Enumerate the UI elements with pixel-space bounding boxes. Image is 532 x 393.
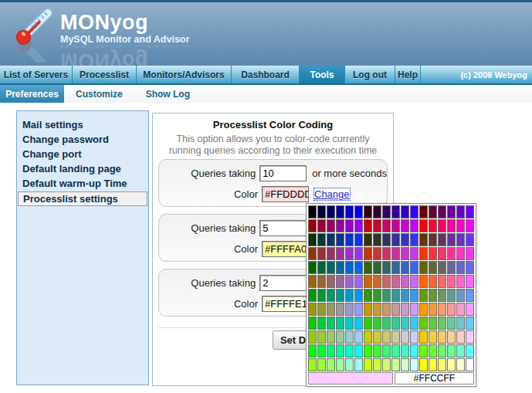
palette-color-cell[interactable] — [317, 233, 326, 246]
palette-color-cell[interactable] — [456, 205, 465, 219]
palette-color-cell[interactable] — [382, 275, 391, 288]
palette-color-cell[interactable] — [336, 219, 344, 232]
palette-color-cell[interactable] — [429, 330, 437, 344]
palette-color-cell[interactable] — [308, 205, 317, 219]
palette-color-cell[interactable] — [345, 261, 354, 274]
palette-color-cell[interactable] — [401, 344, 409, 357]
nav-tab-processlist[interactable]: Processlist — [73, 66, 137, 83]
palette-color-cell[interactable] — [438, 358, 446, 371]
palette-color-cell[interactable] — [373, 358, 381, 371]
palette-color-cell[interactable] — [429, 219, 437, 232]
palette-color-cell[interactable] — [317, 317, 326, 330]
palette-color-cell[interactable] — [317, 205, 326, 219]
palette-color-cell[interactable] — [373, 261, 381, 274]
palette-color-cell[interactable] — [345, 205, 354, 219]
palette-color-cell[interactable] — [317, 303, 326, 316]
palette-color-cell[interactable] — [317, 358, 326, 371]
palette-color-cell[interactable] — [364, 358, 372, 371]
palette-color-cell[interactable] — [391, 330, 400, 344]
palette-color-cell[interactable] — [456, 289, 465, 302]
palette-color-cell[interactable] — [410, 261, 418, 274]
palette-color-cell[interactable] — [456, 261, 465, 274]
palette-color-cell[interactable] — [345, 289, 354, 302]
palette-color-cell[interactable] — [391, 289, 400, 302]
palette-color-cell[interactable] — [401, 330, 409, 344]
palette-color-cell[interactable] — [391, 344, 400, 357]
palette-color-cell[interactable] — [401, 317, 409, 330]
palette-color-cell[interactable] — [373, 303, 381, 316]
seconds-input[interactable] — [259, 275, 307, 291]
palette-color-cell[interactable] — [336, 358, 344, 371]
palette-color-cell[interactable] — [345, 247, 354, 260]
sidebar-item-processlist-settings[interactable]: Processlist settings — [18, 191, 147, 206]
palette-color-cell[interactable] — [345, 330, 354, 344]
palette-color-cell[interactable] — [317, 289, 326, 302]
palette-color-cell[interactable] — [401, 275, 409, 288]
palette-color-cell[interactable] — [354, 289, 363, 302]
hex-value-field[interactable]: #FFCCFF — [395, 372, 474, 385]
palette-color-cell[interactable] — [447, 289, 456, 302]
palette-color-cell[interactable] — [419, 233, 428, 246]
palette-color-cell[interactable] — [373, 247, 381, 260]
palette-color-cell[interactable] — [373, 344, 381, 357]
palette-color-cell[interactable] — [354, 261, 363, 274]
palette-color-cell[interactable] — [336, 275, 344, 288]
palette-color-cell[interactable] — [308, 303, 317, 316]
palette-color-cell[interactable] — [466, 344, 474, 357]
palette-color-cell[interactable] — [308, 233, 317, 246]
palette-color-cell[interactable] — [382, 233, 391, 246]
palette-color-cell[interactable] — [438, 219, 446, 232]
palette-color-cell[interactable] — [391, 303, 400, 316]
palette-color-cell[interactable] — [391, 317, 400, 330]
palette-color-cell[interactable] — [466, 233, 474, 246]
palette-color-cell[interactable] — [466, 303, 474, 316]
palette-color-cell[interactable] — [447, 317, 456, 330]
palette-color-cell[interactable] — [327, 317, 335, 330]
palette-color-cell[interactable] — [308, 330, 317, 344]
palette-color-cell[interactable] — [419, 247, 428, 260]
palette-color-cell[interactable] — [466, 317, 474, 330]
palette-color-cell[interactable] — [401, 233, 409, 246]
palette-color-cell[interactable] — [308, 358, 317, 371]
palette-color-cell[interactable] — [456, 330, 465, 344]
palette-color-cell[interactable] — [354, 233, 363, 246]
palette-color-cell[interactable] — [438, 205, 446, 219]
palette-color-cell[interactable] — [438, 233, 446, 246]
palette-color-cell[interactable] — [308, 344, 317, 357]
nav-tab-log-out[interactable]: Log out — [345, 66, 395, 83]
palette-color-cell[interactable] — [456, 344, 465, 357]
palette-color-cell[interactable] — [466, 261, 474, 274]
palette-color-cell[interactable] — [391, 219, 400, 232]
color-value-input[interactable] — [262, 241, 309, 257]
palette-color-cell[interactable] — [336, 317, 344, 330]
palette-color-cell[interactable] — [401, 219, 409, 232]
palette-color-cell[interactable] — [447, 275, 456, 288]
palette-color-cell[interactable] — [429, 205, 437, 219]
palette-color-cell[interactable] — [336, 261, 344, 274]
palette-color-cell[interactable] — [456, 303, 465, 316]
palette-color-cell[interactable] — [419, 219, 428, 232]
change-color-link[interactable]: Change — [314, 188, 350, 200]
palette-color-cell[interactable] — [382, 344, 391, 357]
palette-color-cell[interactable] — [429, 317, 437, 330]
palette-color-cell[interactable] — [327, 219, 335, 232]
palette-color-cell[interactable] — [401, 358, 409, 371]
palette-color-cell[interactable] — [354, 275, 363, 288]
palette-color-cell[interactable] — [447, 358, 456, 371]
palette-color-cell[interactable] — [410, 205, 418, 219]
palette-color-cell[interactable] — [438, 344, 446, 357]
palette-color-cell[interactable] — [456, 219, 465, 232]
palette-color-cell[interactable] — [410, 344, 418, 357]
palette-color-cell[interactable] — [410, 289, 418, 302]
palette-color-cell[interactable] — [336, 330, 344, 344]
palette-color-cell[interactable] — [364, 219, 372, 232]
palette-color-cell[interactable] — [466, 219, 474, 232]
palette-color-cell[interactable] — [354, 317, 363, 330]
palette-color-cell[interactable] — [438, 289, 446, 302]
palette-color-cell[interactable] — [354, 205, 363, 219]
palette-color-cell[interactable] — [456, 247, 465, 260]
palette-color-cell[interactable] — [327, 358, 335, 371]
palette-color-cell[interactable] — [345, 275, 354, 288]
palette-color-cell[interactable] — [419, 289, 428, 302]
palette-color-cell[interactable] — [327, 289, 335, 302]
